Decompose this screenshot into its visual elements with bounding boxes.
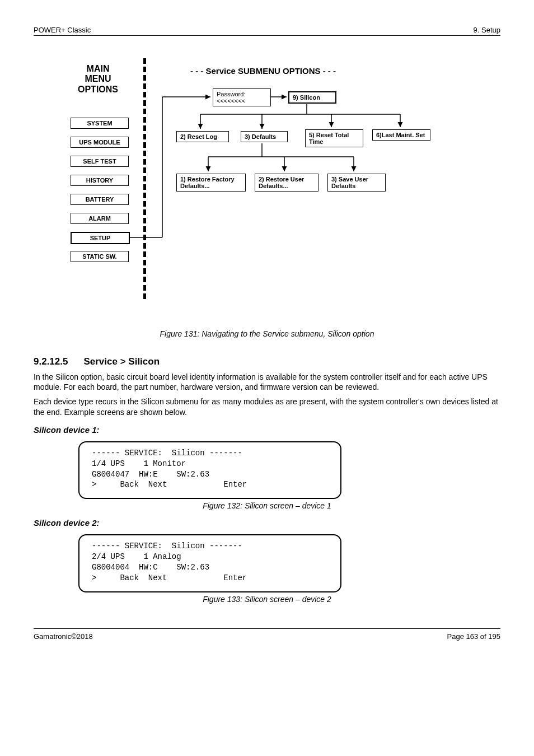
menu-item: SELF TEST — [71, 156, 129, 167]
lcd-line: 2/4 UPS 1 Analog — [92, 552, 328, 562]
lcd-line: 1/4 UPS 1 Monitor — [92, 459, 328, 469]
device-label: Silicon device 1: — [34, 425, 500, 435]
lcd-line: ------ SERVICE: Silicon ------- — [92, 541, 328, 552]
lcd-line: G8004047 HW:E SW:2.63 — [92, 469, 328, 480]
footer-rule — [34, 628, 500, 629]
password-box: Password: <<<<<<<< — [213, 88, 271, 106]
lcd-line: > Back Next Enter — [92, 479, 328, 490]
option-box: 2) Restore User Defaults... — [255, 174, 318, 192]
menu-item: UPS MODULE — [71, 137, 129, 148]
option-box: 6)Last Maint. Set — [372, 129, 430, 141]
paragraph: In the Silicon option, basic circuit boa… — [34, 372, 500, 392]
menu-item: BATTERY — [71, 194, 129, 205]
main-menu-title: MAIN MENU OPTIONS — [67, 64, 129, 95]
header-rule — [34, 35, 500, 36]
menu-item: ALARM — [71, 213, 129, 224]
option-box: 5) Reset Total Time — [305, 129, 363, 147]
menu-diagram: MAIN MENU OPTIONS SYSTEM UPS MODULE SELF… — [67, 58, 459, 327]
lcd-screen: ------ SERVICE: Silicon ------- 2/4 UPS … — [78, 534, 341, 592]
header-left: POWER+ Classic — [34, 26, 91, 34]
section-number: 9.2.12.5 — [34, 356, 68, 367]
footer-left: Gamatronic©2018 — [34, 632, 93, 641]
lcd-line: ------ SERVICE: Silicon ------- — [92, 448, 328, 459]
lcd-line: G8004004 HW:C SW:2.63 — [92, 562, 328, 573]
device-label: Silicon device 2: — [34, 518, 500, 528]
menu-item: STATIC SW. — [71, 251, 129, 262]
paragraph: Each device type recurs in the Silicon s… — [34, 396, 500, 417]
option-box: 1) Restore Factory Defaults... — [176, 174, 246, 192]
menu-item: HISTORY — [71, 175, 129, 186]
silicon-box: 9) Silicon — [288, 91, 336, 104]
footer-right: Page 163 of 195 — [447, 632, 500, 641]
option-box: 3) Save User Defaults — [327, 174, 386, 192]
header-right: 9. Setup — [474, 26, 500, 34]
menu-item: SYSTEM — [71, 118, 129, 129]
section-title: Service > Silicon — [83, 356, 160, 367]
figure-caption: Figure 133: Silicon screen – device 2 — [34, 595, 500, 604]
option-box: 2) Reset Log — [176, 131, 229, 142]
figure-caption: Figure 132: Silicon screen – device 1 — [34, 501, 500, 510]
submenu-title: - - - Service SUBMENU OPTIONS - - - — [190, 66, 336, 76]
menu-item-active: SETUP — [71, 232, 130, 244]
figure-caption: Figure 131: Navigating to the Service su… — [34, 329, 500, 338]
section-heading: 9.2.12.5 Service > Silicon — [34, 346, 500, 367]
lcd-line: > Back Next Enter — [92, 573, 328, 584]
divider-vertical-dashed — [143, 58, 146, 299]
lcd-screen: ------ SERVICE: Silicon ------- 1/4 UPS … — [78, 441, 341, 500]
option-box: 3) Defaults — [241, 131, 288, 142]
